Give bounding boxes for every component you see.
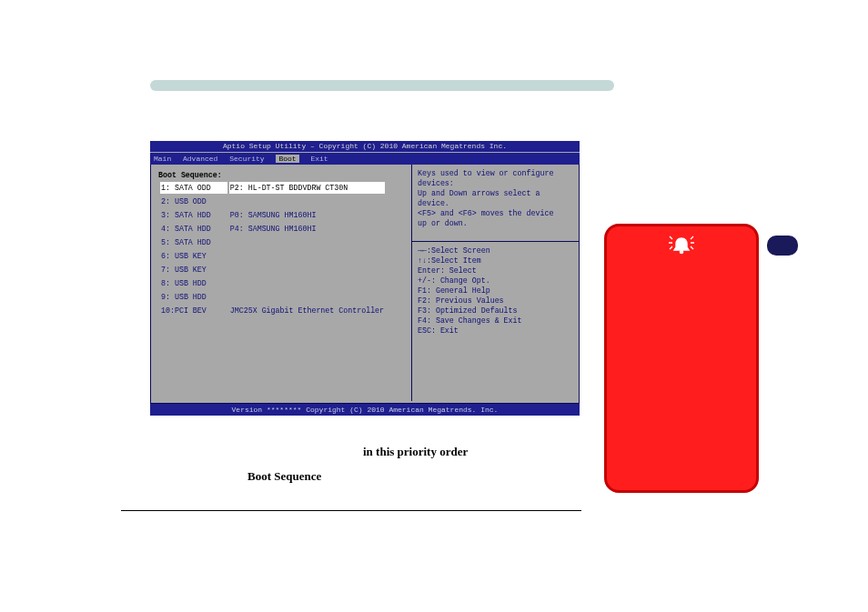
help-key-line: +/-: Change Opt. <box>418 276 574 286</box>
svg-point-0 <box>680 250 682 253</box>
help-text-line: device. <box>418 198 574 208</box>
help-key-line: F4: Save Changes & Exit <box>418 316 574 326</box>
bios-header: Aptio Setup Utility – Copyright (C) 2010… <box>150 141 580 152</box>
help-text-line: Up and Down arrows select a <box>418 188 574 198</box>
help-key-line: →←:Select Screen <box>418 246 574 256</box>
boot-row[interactable]: 2: USB ODD <box>160 196 385 207</box>
boot-sequence-title: Boot Sequence: <box>158 170 410 180</box>
boot-row-selected[interactable]: 1: SATA ODDP2: HL-DT-ST BDDVDRW CT30N <box>160 182 385 194</box>
bios-body: Boot Sequence: 1: SATA ODDP2: HL-DT-ST B… <box>150 165 580 404</box>
help-key-line: F1: General Help <box>418 286 574 296</box>
tab-main[interactable]: Main <box>154 155 171 163</box>
boot-row[interactable]: 9: USB HDD <box>160 291 385 303</box>
tab-security[interactable]: Security <box>229 155 264 163</box>
bios-tab-bar: Main Advanced Security Boot Exit <box>150 152 580 165</box>
help-key-line: F2: Previous Values <box>418 296 574 306</box>
boot-row[interactable]: 3: SATA HDDP0: SAMSUNG HM160HI <box>160 209 385 221</box>
help-text-line: Keys used to view or configure <box>418 168 574 178</box>
boot-row[interactable]: 6: USB KEY <box>160 250 385 262</box>
help-text-line: devices: <box>418 178 574 188</box>
boot-row[interactable]: 7: USB KEY <box>160 264 385 276</box>
bios-left-pane: Boot Sequence: 1: SATA ODDP2: HL-DT-ST B… <box>151 165 410 401</box>
help-text-line: up or down. <box>418 218 574 228</box>
page-side-tab <box>767 236 798 256</box>
boot-row[interactable]: 5: SATA HDD <box>160 236 385 248</box>
tab-exit[interactable]: Exit <box>310 155 328 163</box>
help-key-line: ↑↓:Select Item <box>418 256 574 266</box>
help-key-line: ESC: Exit <box>418 326 574 336</box>
bios-help-pane: Keys used to view or configure devices: … <box>411 165 578 401</box>
help-key-line: Enter: Select <box>418 266 574 276</box>
tab-boot-selected[interactable]: Boot <box>276 155 298 163</box>
boot-row[interactable]: 4: SATA HDDP4: SAMSUNG HM160HI <box>160 223 385 235</box>
caption-boot-sequence: Boot Sequence <box>247 469 321 484</box>
section-underline <box>121 510 581 511</box>
help-separator <box>412 241 580 242</box>
boot-sequence-table: 1: SATA ODDP2: HL-DT-ST BDDVDRW CT30N 2:… <box>158 180 387 318</box>
help-key-line: F3: Optimized Defaults <box>418 306 574 316</box>
caption-priority-order: in this priority order <box>363 445 468 459</box>
bios-screenshot: Aptio Setup Utility – Copyright (C) 2010… <box>150 141 580 416</box>
bios-footer: Version ******** Copyright (C) 2010 Amer… <box>150 404 580 416</box>
warning-callout-box <box>604 224 759 493</box>
boot-row[interactable]: 8: USB HDD <box>160 277 385 289</box>
section-divider-bar <box>150 80 614 91</box>
tab-advanced[interactable]: Advanced <box>183 155 217 163</box>
alarm-bell-icon <box>669 236 694 256</box>
boot-row[interactable]: 10:PCI BEVJMC25X Gigabit Ethernet Contro… <box>160 305 385 316</box>
document-page: Aptio Setup Utility – Copyright (C) 2010… <box>0 0 868 612</box>
help-text-line: <F5> and <F6> moves the device <box>418 208 574 218</box>
